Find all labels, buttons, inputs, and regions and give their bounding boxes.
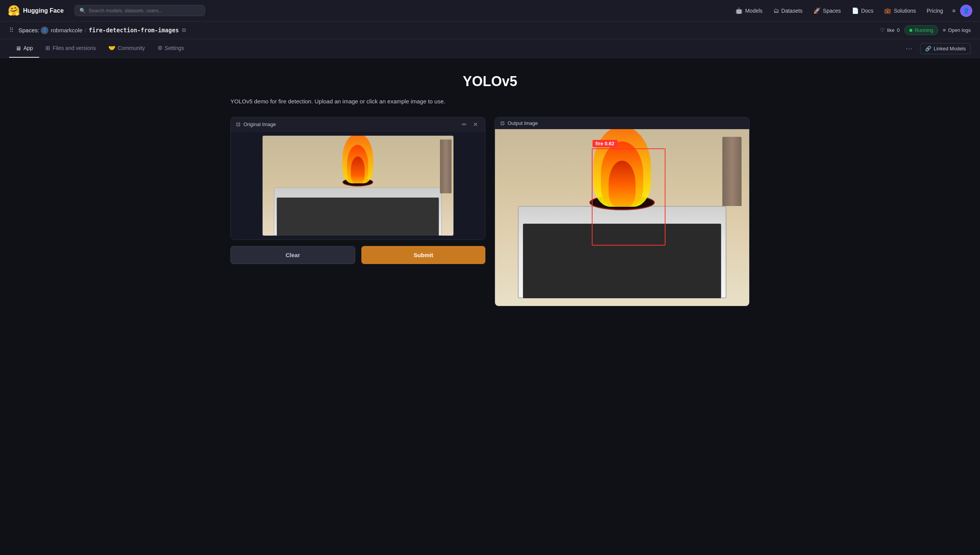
breadcrumb: Spaces: 👤 robmarkcole / fire-detection-f… xyxy=(18,27,186,34)
output-grate xyxy=(523,224,721,298)
close-image-icon[interactable]: ✕ xyxy=(472,120,480,129)
input-image-icon: ⊡ xyxy=(236,121,240,127)
like-label: like xyxy=(887,27,895,33)
knife-block-right xyxy=(722,137,742,206)
nav-models[interactable]: 🤖 Models xyxy=(731,5,767,17)
search-bar[interactable]: 🔍 xyxy=(74,5,205,16)
brand-name: Hugging Face xyxy=(23,7,64,14)
repo-name[interactable]: fire-detection-from-images xyxy=(89,27,179,34)
main-content: YOLOv5 YOLOv5 demo for fire detection. U… xyxy=(221,58,759,322)
tab-settings-label: Settings xyxy=(165,45,184,51)
output-panel-header: ⊡ Output Image xyxy=(495,117,749,129)
output-label-text: Output Image xyxy=(508,120,538,126)
like-count: 0 xyxy=(897,27,899,33)
tab-community[interactable]: 🤝 Community xyxy=(102,39,151,58)
nav-pricing[interactable]: Pricing xyxy=(922,5,948,16)
linked-models-icon: 🔗 xyxy=(925,46,931,52)
nav-more-button[interactable]: ≡ xyxy=(949,5,958,16)
tab-files-label: Files and versions xyxy=(53,45,96,51)
nav-links: 🤖 Models 🗂 Datasets 🚀 Spaces 📄 Docs 💼 So… xyxy=(731,5,972,17)
panels-row: ⊡ Original Image ✏ ✕ xyxy=(230,117,750,306)
navbar: 🤗 Hugging Face 🔍 🤖 Models 🗂 Datasets 🚀 S… xyxy=(0,0,980,22)
copy-link-icon[interactable]: ⧉ xyxy=(182,27,186,33)
search-input[interactable] xyxy=(89,8,200,13)
app-title: YOLOv5 xyxy=(230,73,750,90)
org-link[interactable]: 👤 robmarkcole xyxy=(41,27,83,34)
search-icon: 🔍 xyxy=(79,8,86,13)
status-label: Running xyxy=(915,27,933,33)
datasets-icon: 🗂 xyxy=(773,7,779,14)
app-description: YOLOv5 demo for fire detection. Upload a… xyxy=(230,97,750,106)
tabs-more-button[interactable]: ⋯ xyxy=(902,43,915,54)
like-button[interactable]: ♡ like 0 xyxy=(880,27,900,33)
input-panel: ⊡ Original Image ✏ ✕ xyxy=(230,117,485,264)
input-image-display xyxy=(231,132,485,239)
left-flames xyxy=(343,136,373,184)
action-buttons: Clear Submit xyxy=(230,246,485,264)
nav-docs-label: Docs xyxy=(861,8,874,14)
docs-icon: 📄 xyxy=(852,7,859,14)
left-grate xyxy=(277,198,439,236)
open-logs-button[interactable]: ≡ Open logs xyxy=(943,27,971,33)
logs-icon: ≡ xyxy=(943,27,946,33)
input-panel-label: ⊡ Original Image xyxy=(236,121,276,127)
nav-solutions-label: Solutions xyxy=(894,8,916,14)
submit-button[interactable]: Submit xyxy=(361,246,485,264)
left-scene xyxy=(263,136,454,236)
nav-more-icon: ≡ xyxy=(952,8,955,14)
status-dot xyxy=(909,29,912,32)
tab-files[interactable]: ⊞ Files and versions xyxy=(39,39,102,58)
nav-pricing-label: Pricing xyxy=(927,8,943,14)
edit-image-icon[interactable]: ✏ xyxy=(460,120,468,129)
input-label-text: Original Image xyxy=(243,121,276,127)
output-panel: ⊡ Output Image xyxy=(495,117,750,306)
linked-models-label: Linked Models xyxy=(934,46,966,52)
nav-spaces[interactable]: 🚀 Spaces xyxy=(809,5,846,17)
breadcrumb-slash: / xyxy=(85,27,86,33)
input-panel-header: ⊡ Original Image ✏ ✕ xyxy=(231,117,485,132)
org-avatar: 👤 xyxy=(41,27,48,34)
nav-solutions[interactable]: 💼 Solutions xyxy=(879,5,920,17)
status-badge: Running xyxy=(904,25,938,35)
tab-settings-icon: ⚙ xyxy=(157,45,162,52)
solutions-icon: 💼 xyxy=(884,7,891,14)
output-scene: fire 0.62 xyxy=(495,129,749,306)
tab-app-icon: 🖥 xyxy=(15,45,21,52)
space-header: ⠿ Spaces: 👤 robmarkcole / fire-detection… xyxy=(0,22,980,39)
spaces-icon: 🚀 xyxy=(813,7,821,14)
space-actions: ♡ like 0 Running ≡ Open logs xyxy=(880,25,971,35)
tab-files-icon: ⊞ xyxy=(45,45,50,52)
output-image-icon: ⊡ xyxy=(500,120,505,126)
linked-models-button[interactable]: 🔗 Linked Models xyxy=(920,43,971,54)
output-flame-core xyxy=(609,161,636,207)
output-panel-label: ⊡ Output Image xyxy=(500,120,538,126)
tabs-bar: 🖥 App ⊞ Files and versions 🤝 Community ⚙… xyxy=(0,39,980,58)
user-avatar[interactable]: 👤 xyxy=(960,5,972,17)
tab-community-icon: 🤝 xyxy=(108,45,116,52)
left-flame-core xyxy=(351,156,365,183)
tab-app-label: App xyxy=(23,45,33,51)
nav-docs[interactable]: 📄 Docs xyxy=(847,5,878,17)
original-image-panel: ⊡ Original Image ✏ ✕ xyxy=(230,117,485,240)
hf-logo-icon: 🤗 xyxy=(8,5,20,17)
nav-spaces-label: Spaces xyxy=(823,8,841,14)
output-flames xyxy=(591,129,653,207)
tab-settings[interactable]: ⚙ Settings xyxy=(151,39,190,58)
org-name: robmarkcole xyxy=(51,27,83,33)
input-panel-actions: ✏ ✕ xyxy=(460,120,480,129)
logs-label: Open logs xyxy=(948,27,971,33)
tabs-right: ⋯ 🔗 Linked Models xyxy=(902,43,971,54)
nav-datasets[interactable]: 🗂 Datasets xyxy=(769,5,807,16)
output-image-display: fire 0.62 xyxy=(495,129,749,306)
avatar-icon: 👤 xyxy=(963,8,970,14)
heart-icon: ♡ xyxy=(880,27,885,33)
spaces-grid-icon: ⠿ xyxy=(9,27,14,34)
left-image-inner xyxy=(263,136,454,236)
left-knife-block xyxy=(440,140,451,193)
spaces-label: Spaces: xyxy=(18,27,39,33)
tab-app[interactable]: 🖥 App xyxy=(9,40,39,58)
models-icon: 🤖 xyxy=(735,7,743,14)
clear-button[interactable]: Clear xyxy=(230,246,355,264)
brand-logo[interactable]: 🤗 Hugging Face xyxy=(8,5,64,17)
nav-datasets-label: Datasets xyxy=(781,8,803,14)
